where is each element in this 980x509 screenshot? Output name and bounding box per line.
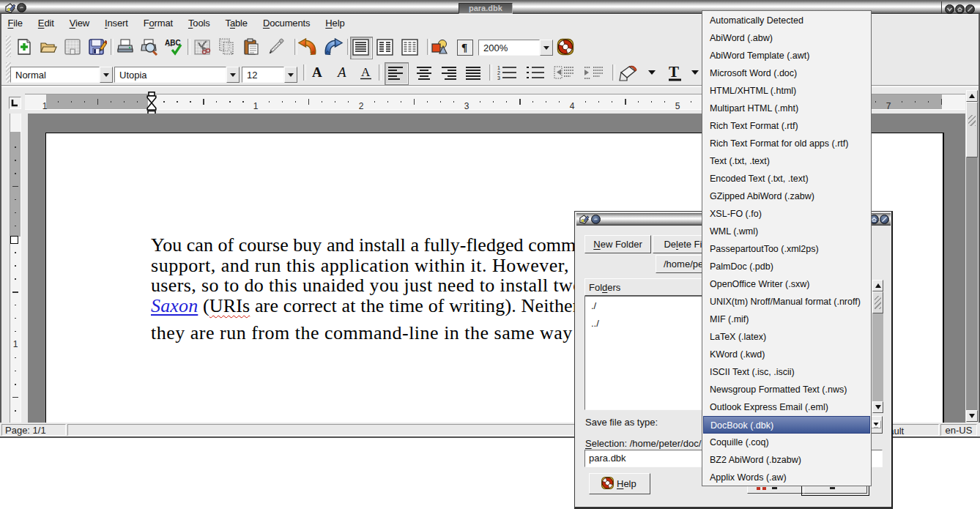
svg-text:3: 3 (497, 75, 500, 81)
svg-text:ABC: ABC (165, 39, 181, 47)
svg-text:A: A (312, 64, 322, 80)
svg-text:¶: ¶ (461, 42, 467, 53)
svg-text:1: 1 (497, 65, 500, 70)
svg-text:T: T (669, 64, 679, 81)
svg-text:A: A (361, 65, 371, 79)
svg-text:2: 2 (497, 70, 500, 75)
svg-text:A: A (336, 64, 346, 80)
